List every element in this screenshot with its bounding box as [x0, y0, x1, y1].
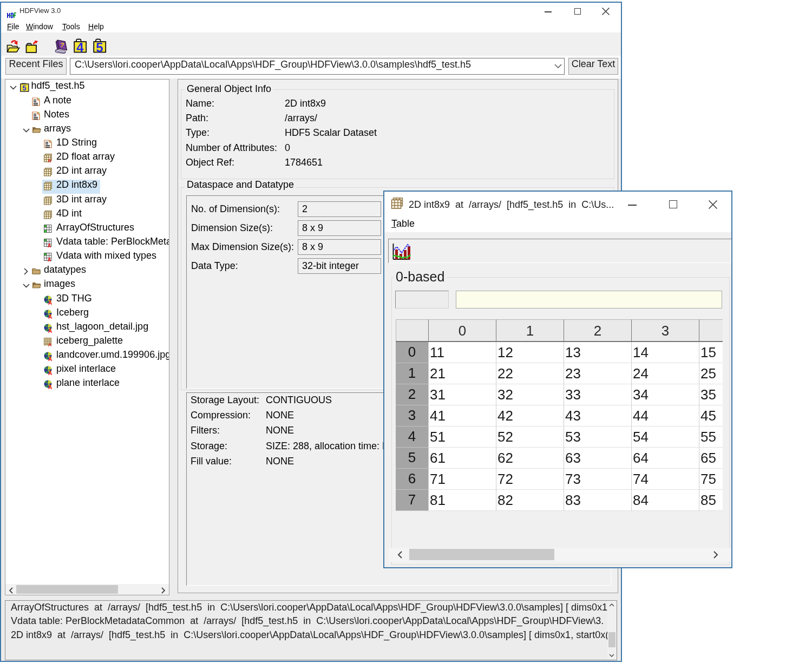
- svg-text:A: A: [48, 300, 52, 305]
- svg-text:A: A: [48, 342, 52, 346]
- svg-text:A: A: [48, 370, 52, 375]
- svg-text:A: A: [48, 384, 52, 389]
- svg-text:4: 4: [76, 40, 84, 54]
- svg-text:A: A: [47, 242, 51, 247]
- svg-text:5: 5: [22, 84, 26, 92]
- svg-text:A: A: [47, 257, 51, 262]
- svg-text:A: A: [48, 328, 52, 333]
- svg-text:A: A: [48, 356, 52, 361]
- svg-text:5: 5: [96, 40, 103, 54]
- svg-text:A: A: [48, 158, 51, 162]
- svg-text:A: A: [48, 314, 52, 319]
